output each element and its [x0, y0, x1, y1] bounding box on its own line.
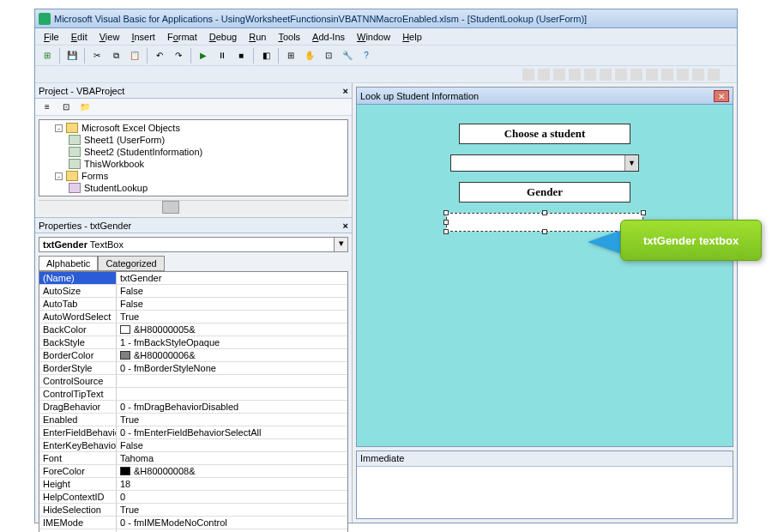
property-value[interactable]: 0 - fmEnterFieldBehaviorSelectAll	[117, 426, 347, 438]
property-row[interactable]: BorderStyle0 - fmBorderStyleNone	[39, 362, 347, 375]
resize-handle[interactable]	[443, 229, 449, 234]
property-value[interactable]: &H80000005&	[117, 323, 347, 336]
reset-button[interactable]: ■	[232, 47, 250, 64]
copy-button[interactable]: ⧉	[107, 47, 124, 64]
property-row[interactable]: AutoSizeFalse	[39, 285, 347, 298]
property-row[interactable]: EnabledTrue	[39, 414, 347, 426]
resize-handle[interactable]	[542, 210, 547, 215]
property-row[interactable]: EnterKeyBehaviorFalse	[39, 439, 347, 452]
property-row[interactable]: BackStyle1 - fmBackStyleOpaque	[39, 336, 347, 349]
property-row[interactable]: ControlSource	[39, 375, 347, 388]
properties-button[interactable]: ✋	[301, 47, 318, 64]
property-row[interactable]: ForeColor&H80000008&	[39, 465, 347, 478]
resize-handle[interactable]	[641, 210, 646, 215]
property-value[interactable]: 0	[117, 491, 347, 503]
menu-debug[interactable]: Debug	[204, 30, 242, 44]
run-button[interactable]: ▶	[195, 47, 212, 64]
userform-titlebar[interactable]: Look up Student Information ✕	[357, 88, 733, 105]
property-value[interactable]: True	[117, 311, 347, 323]
property-row[interactable]: FontTahoma	[39, 452, 347, 465]
property-value[interactable]	[117, 375, 347, 387]
label-choose-student[interactable]: Choose a student	[459, 124, 630, 144]
property-row[interactable]: BorderColor&H80000006&	[39, 349, 347, 362]
view-excel-button[interactable]: ⊞	[39, 47, 56, 64]
tree-excel-objects[interactable]: -Microsoft Excel Objects	[41, 122, 346, 134]
toolbox-button[interactable]: 🔧	[339, 47, 356, 64]
property-row[interactable]: BackColor&H80000005&	[39, 323, 347, 336]
property-value[interactable]: False	[117, 298, 347, 310]
userform-canvas[interactable]: Choose a student ▼ Gender	[357, 105, 733, 446]
property-value[interactable]: True	[117, 414, 347, 426]
property-value[interactable]: 0 - fmDragBehaviorDisabled	[117, 401, 347, 413]
menu-view[interactable]: View	[94, 30, 125, 44]
chevron-down-icon[interactable]: ▼	[624, 155, 638, 171]
property-value[interactable]: True	[117, 504, 347, 516]
userform-close-button[interactable]: ✕	[714, 90, 729, 102]
break-button[interactable]: ⏸	[214, 47, 231, 64]
label-gender[interactable]: Gender	[459, 182, 630, 203]
tree-thisworkbook[interactable]: ThisWorkbook	[41, 158, 346, 170]
save-button[interactable]: 💾	[63, 47, 81, 64]
property-value[interactable]: 18	[117, 478, 347, 490]
menu-tools[interactable]: Tools	[273, 30, 305, 44]
property-value[interactable]: 0 - fmIMEModeNoControl	[117, 517, 347, 529]
tree-forms[interactable]: -Forms	[41, 170, 346, 182]
view-object-button[interactable]: ⊡	[57, 99, 75, 116]
property-row[interactable]: IMEMode0 - fmIMEModeNoControl	[39, 517, 347, 529]
property-row[interactable]: Height18	[39, 478, 347, 491]
property-value[interactable]: False	[117, 285, 347, 297]
view-code-button[interactable]: ≡	[39, 99, 56, 116]
menu-insert[interactable]: Insert	[126, 30, 160, 44]
help-button[interactable]: ?	[358, 47, 375, 64]
tree-studentlookup[interactable]: StudentLookup	[41, 182, 346, 194]
resize-handle[interactable]	[542, 229, 547, 234]
property-value[interactable]: &H80000008&	[117, 465, 347, 477]
properties-grid[interactable]: (Name)txtGenderAutoSizeFalseAutoTabFalse…	[39, 271, 348, 532]
property-row[interactable]: DragBehavior0 - fmDragBehaviorDisabled	[39, 401, 347, 414]
titlebar[interactable]: Microsoft Visual Basic for Applications …	[35, 9, 737, 28]
tab-categorized[interactable]: Categorized	[98, 256, 164, 271]
resize-handle[interactable]	[443, 220, 449, 225]
close-properties-panel-button[interactable]: ×	[343, 221, 348, 231]
paste-button[interactable]: 📋	[126, 47, 143, 64]
textbox-txtgender-selected[interactable]	[446, 213, 643, 232]
property-row[interactable]: (Name)txtGender	[39, 272, 347, 285]
cut-button[interactable]: ✂	[88, 47, 106, 64]
redo-button[interactable]: ↷	[170, 47, 187, 64]
property-row[interactable]: HideSelectionTrue	[39, 504, 347, 517]
menu-addins[interactable]: Add-Ins	[307, 30, 350, 44]
property-row[interactable]: EnterFieldBehavior0 - fmEnterFieldBehavi…	[39, 426, 347, 439]
property-value[interactable]: 0 - fmBorderStyleNone	[117, 362, 347, 374]
close-project-panel-button[interactable]: ×	[343, 86, 348, 96]
property-value[interactable]	[117, 388, 347, 400]
immediate-window[interactable]: Immediate	[356, 450, 733, 519]
property-row[interactable]: HelpContextID0	[39, 491, 347, 504]
property-value[interactable]: 1 - fmBackStyleOpaque	[117, 336, 347, 348]
property-value[interactable]: Tahoma	[117, 452, 347, 464]
userform-designer[interactable]: Look up Student Information ✕ Choose a s…	[356, 87, 733, 447]
chevron-down-icon[interactable]: ▾	[335, 237, 348, 252]
property-value[interactable]: &H80000006&	[117, 349, 347, 361]
property-value[interactable]: False	[117, 439, 347, 451]
toggle-folders-button[interactable]: 📁	[76, 99, 93, 116]
properties-object-selector[interactable]: txtGender TextBox ▾	[39, 237, 348, 252]
menu-file[interactable]: File	[39, 30, 64, 44]
project-hscrollbar[interactable]	[39, 200, 348, 214]
design-mode-button[interactable]: ◧	[257, 47, 274, 64]
menu-format[interactable]: Format	[162, 30, 202, 44]
resize-handle[interactable]	[443, 210, 449, 215]
property-value[interactable]: txtGender	[117, 272, 347, 284]
menu-help[interactable]: Help	[397, 30, 427, 44]
tab-alphabetic[interactable]: Alphabetic	[39, 256, 98, 271]
menu-run[interactable]: Run	[244, 30, 271, 44]
property-row[interactable]: AutoWordSelectTrue	[39, 311, 347, 323]
project-explorer-button[interactable]: ⊞	[282, 47, 299, 64]
property-row[interactable]: ControlTipText	[39, 388, 347, 401]
property-row[interactable]: AutoTabFalse	[39, 298, 347, 311]
combobox-student[interactable]: ▼	[450, 154, 639, 172]
menu-window[interactable]: Window	[352, 30, 395, 44]
project-tree[interactable]: -Microsoft Excel Objects Sheet1 (UserFor…	[39, 119, 348, 196]
undo-button[interactable]: ↶	[151, 47, 168, 64]
menu-edit[interactable]: Edit	[66, 30, 93, 44]
object-browser-button[interactable]: ⊡	[320, 47, 337, 64]
